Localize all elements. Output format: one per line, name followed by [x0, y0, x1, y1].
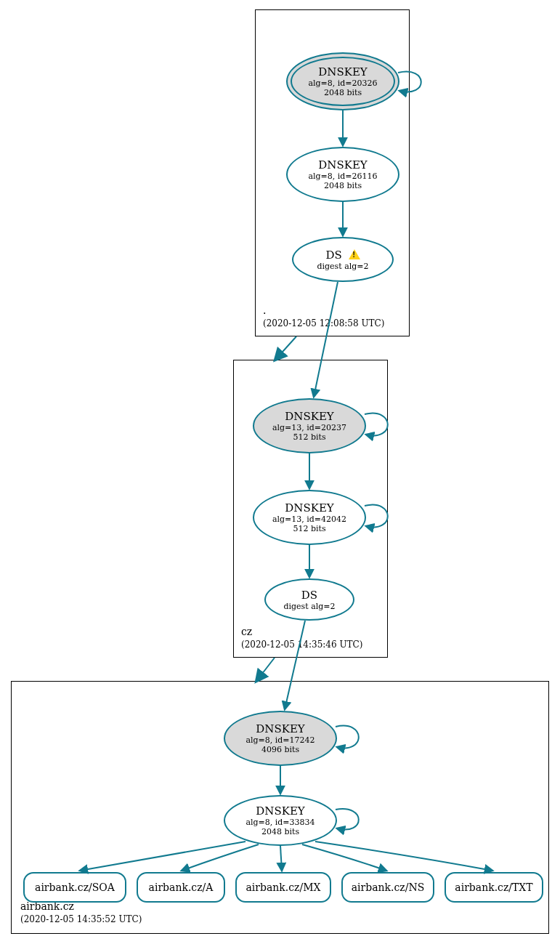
rrset-a: airbank.cz/A: [137, 872, 225, 903]
rrset-soa: airbank.cz/SOA: [23, 872, 126, 903]
zone-ts-root: (2020-12-05 12:08:58 UTC): [263, 318, 384, 330]
rrset-txt: airbank.cz/TXT: [445, 872, 543, 903]
svg-line-2: [276, 336, 296, 359]
node-root-zsk: DNSKEY alg=8, id=26116 2048 bits: [286, 147, 399, 202]
zone-name-cz: cz: [241, 625, 362, 640]
node-leaf-ksk: DNSKEY alg=8, id=17242 4096 bits: [224, 711, 337, 766]
node-cz-zsk: DNSKEY alg=13, id=42042 512 bits: [253, 490, 366, 545]
zone-ts-cz: (2020-12-05 14:35:46 UTC): [241, 639, 362, 651]
warning-icon: [349, 249, 360, 259]
svg-line-6: [257, 658, 275, 680]
label: 2048 bits: [324, 88, 362, 97]
node-cz-ksk: DNSKEY alg=13, id=20237 512 bits: [253, 398, 366, 453]
label: DNSKEY: [318, 65, 368, 78]
rrset-ns: airbank.cz/NS: [341, 872, 434, 903]
rrset-mx: airbank.cz/MX: [235, 872, 331, 903]
node-cz-ds: DS digest alg=2: [264, 578, 354, 621]
label: alg=8, id=20326: [308, 78, 377, 88]
zone-name-root: .: [263, 304, 384, 318]
zone-ts-leaf: (2020-12-05 14:35:52 UTC): [20, 913, 142, 926]
node-leaf-zsk: DNSKEY alg=8, id=33834 2048 bits: [224, 795, 337, 846]
node-root-ksk: DNSKEY alg=8, id=20326 2048 bits: [286, 52, 399, 110]
node-root-ds: DS digest alg=2: [292, 237, 394, 282]
